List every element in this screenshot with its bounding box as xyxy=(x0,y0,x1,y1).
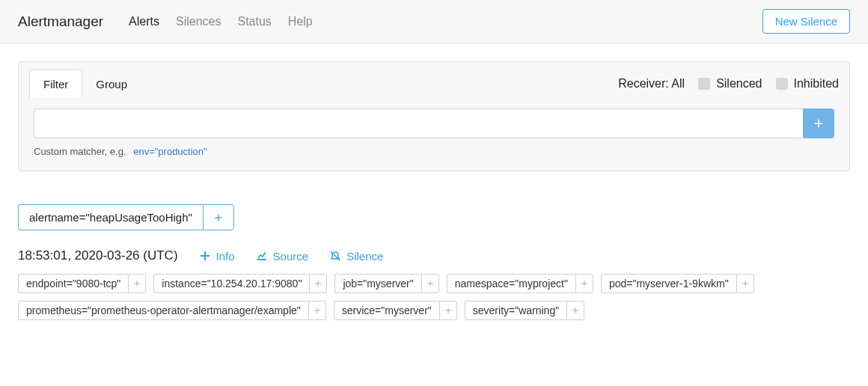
add-matcher-button[interactable] xyxy=(803,108,834,138)
filter-card-body: Custom matcher, e.g. env="production" xyxy=(19,98,849,171)
label-add-button[interactable] xyxy=(421,274,439,293)
silence-button[interactable]: Silence xyxy=(329,250,383,263)
label-add-button[interactable] xyxy=(736,274,754,293)
alert-meta: 18:53:01, 2020-03-26 (UTC) Info Source S… xyxy=(18,248,850,263)
plus-icon xyxy=(444,307,452,314)
label-text[interactable]: service="myserver" xyxy=(334,301,439,320)
label-add-button[interactable] xyxy=(575,274,593,293)
filter-card-header: Filter Group Receiver: All Silenced Inhi… xyxy=(19,62,849,98)
group-label[interactable]: alertname="heapUsageTooHigh" xyxy=(18,204,203,230)
label-add-button[interactable] xyxy=(128,274,146,293)
tabs: Filter Group xyxy=(29,70,141,98)
label-text[interactable]: prometheus="prometheus-operator-alertman… xyxy=(18,301,308,320)
info-button[interactable]: Info xyxy=(199,250,235,263)
chart-icon xyxy=(256,250,268,262)
main: Filter Group Receiver: All Silenced Inhi… xyxy=(0,43,868,338)
nav-link-status[interactable]: Status xyxy=(237,15,271,28)
group-add-button[interactable] xyxy=(203,204,234,230)
source-label: Source xyxy=(273,250,309,263)
nav-link-alerts[interactable]: Alerts xyxy=(129,15,159,28)
silenced-toggle[interactable]: Silenced xyxy=(698,77,762,91)
plus-icon xyxy=(581,280,588,287)
label-add-button[interactable] xyxy=(439,301,457,320)
filter-card: Filter Group Receiver: All Silenced Inhi… xyxy=(18,61,850,171)
plus-icon xyxy=(214,213,223,222)
label-text[interactable]: namespace="myproject" xyxy=(447,274,575,293)
bell-off-icon xyxy=(329,250,341,262)
nav-left: Alertmanager Alerts Silences Status Help xyxy=(18,13,313,30)
plus-icon xyxy=(199,250,211,262)
checkbox-icon xyxy=(698,78,710,90)
alert-group: alertname="heapUsageTooHigh" xyxy=(18,204,850,230)
label-add-button[interactable] xyxy=(566,301,584,320)
source-button[interactable]: Source xyxy=(256,250,309,263)
brand: Alertmanager xyxy=(18,13,103,30)
plus-icon xyxy=(572,307,579,314)
label-text[interactable]: instance="10.254.20.17:9080" xyxy=(153,274,309,293)
matcher-input[interactable] xyxy=(34,108,803,138)
label-pill: service="myserver" xyxy=(334,301,457,320)
label-pill: severity="warning" xyxy=(465,301,584,320)
nav-link-silences[interactable]: Silences xyxy=(176,15,221,28)
label-add-button[interactable] xyxy=(309,274,327,293)
label-add-button[interactable] xyxy=(308,301,326,320)
label-pill: namespace="myproject" xyxy=(447,274,593,293)
filter-options: Receiver: All Silenced Inhibited xyxy=(618,77,839,91)
plus-icon xyxy=(813,118,824,129)
matcher-input-row xyxy=(34,108,834,138)
receiver-label: Receiver: All xyxy=(618,77,685,91)
alert-timestamp: 18:53:01, 2020-03-26 (UTC) xyxy=(18,248,178,263)
inhibited-toggle[interactable]: Inhibited xyxy=(776,77,840,91)
tab-filter[interactable]: Filter xyxy=(29,70,82,98)
plus-icon xyxy=(742,280,749,287)
label-pill: endpoint="9080-tcp" xyxy=(18,274,146,293)
hint-example-link[interactable]: env="production" xyxy=(133,146,207,157)
silenced-label: Silenced xyxy=(716,77,762,91)
label-text[interactable]: job="myserver" xyxy=(334,274,421,293)
tab-group[interactable]: Group xyxy=(82,70,141,98)
label-text[interactable]: endpoint="9080-tcp" xyxy=(18,274,128,293)
inhibited-label: Inhibited xyxy=(794,77,840,91)
plus-icon xyxy=(314,307,321,314)
label-pill: instance="10.254.20.17:9080" xyxy=(153,274,327,293)
alert-labels: endpoint="9080-tcp"instance="10.254.20.1… xyxy=(18,274,850,320)
plus-icon xyxy=(133,280,141,287)
label-pill: job="myserver" xyxy=(334,274,438,293)
matcher-hint: Custom matcher, e.g. env="production" xyxy=(34,146,834,157)
navbar: Alertmanager Alerts Silences Status Help… xyxy=(0,0,868,43)
label-pill: pod="myserver-1-9kwkm" xyxy=(601,274,754,293)
info-label: Info xyxy=(216,250,235,263)
plus-icon xyxy=(427,280,434,287)
nav-link-help[interactable]: Help xyxy=(288,15,313,28)
new-silence-button[interactable]: New Silence xyxy=(762,9,850,34)
checkbox-icon xyxy=(776,78,788,90)
hint-text: Custom matcher, e.g. xyxy=(34,146,126,157)
silence-label: Silence xyxy=(346,250,383,263)
label-pill: prometheus="prometheus-operator-alertman… xyxy=(18,301,326,320)
plus-icon xyxy=(314,280,322,287)
label-text[interactable]: severity="warning" xyxy=(465,301,566,320)
label-text[interactable]: pod="myserver-1-9kwkm" xyxy=(601,274,736,293)
